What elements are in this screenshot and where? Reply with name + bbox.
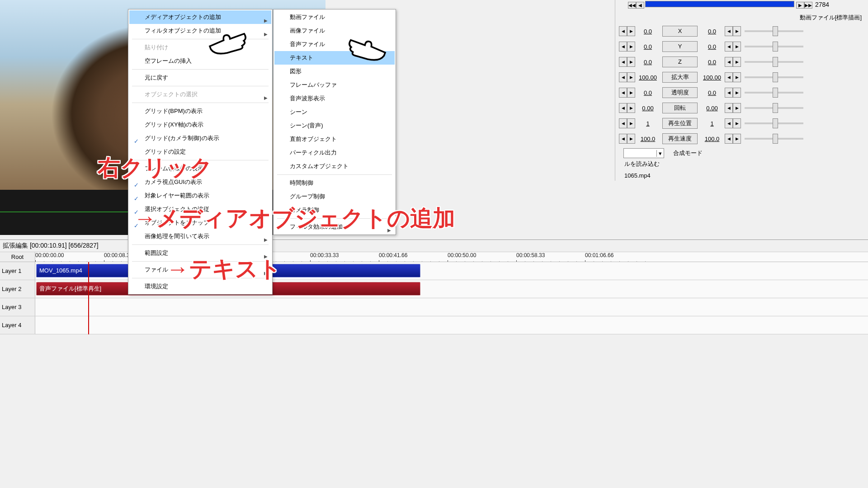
player-back-icon[interactable]: ◀	[636, 2, 644, 9]
ruler-tick: 00:00:58.33	[516, 252, 545, 258]
prop-dec-left[interactable]: ◀	[619, 103, 627, 113]
prop-slider[interactable]	[745, 46, 803, 47]
menu-item[interactable]: 時間制御	[274, 176, 395, 190]
prop-value-left[interactable]: 100.00	[635, 74, 660, 81]
prop-dec-left[interactable]: ◀	[619, 134, 627, 144]
prop-inc-right[interactable]: ▶	[733, 88, 741, 98]
player-progress[interactable]	[645, 1, 794, 7]
playhead[interactable]	[88, 262, 89, 334]
tutorial-text-2: →メディアオブジェクトの追加	[134, 203, 455, 234]
prop-inc-right[interactable]: ▶	[733, 72, 741, 82]
layer-label[interactable]: Layer 4	[0, 316, 35, 334]
menu-item[interactable]: グリッド(BPM)の表示	[129, 104, 271, 118]
prop-value-right[interactable]: 0.00	[699, 105, 725, 112]
prop-dec-left[interactable]: ◀	[619, 72, 627, 82]
prop-dec-right[interactable]: ◀	[725, 118, 733, 128]
prop-name-button[interactable]: Z	[662, 56, 698, 67]
player-fwd-icon[interactable]: ▶	[796, 2, 804, 9]
prop-value-right[interactable]: 100.0	[699, 136, 725, 142]
prop-dec-right[interactable]: ◀	[725, 42, 733, 52]
menu-item[interactable]: グループ制御	[274, 190, 395, 203]
layer-label[interactable]: Layer 2	[0, 280, 35, 298]
prop-inc-right[interactable]: ▶	[733, 134, 741, 144]
prop-inc-left[interactable]: ▶	[627, 88, 635, 98]
prop-inc-right[interactable]: ▶	[733, 103, 741, 113]
menu-item[interactable]: 元に戻す	[129, 71, 271, 84]
prop-dec-left[interactable]: ◀	[619, 26, 627, 36]
menu-item[interactable]: フィルタオブジェクトの追加▶	[129, 24, 271, 38]
prop-inc-right[interactable]: ▶	[733, 57, 741, 67]
prop-dec-left[interactable]: ◀	[619, 88, 627, 98]
prop-value-right[interactable]: 0.0	[699, 28, 725, 35]
prop-value-left[interactable]: 0.00	[635, 105, 660, 112]
menu-item[interactable]: フレームバッファ	[274, 78, 395, 92]
prop-slider[interactable]	[745, 138, 803, 140]
prop-value-right[interactable]: 0.0	[699, 43, 725, 50]
blend-mode-combo[interactable]	[623, 148, 664, 158]
prop-name-button[interactable]: X	[662, 26, 698, 37]
prop-value-right[interactable]: 100.00	[699, 74, 725, 81]
prop-inc-left[interactable]: ▶	[627, 57, 635, 67]
prop-name-button[interactable]: 再生速度	[662, 133, 698, 144]
prop-value-left[interactable]: 100.0	[635, 136, 660, 142]
layer-track[interactable]	[35, 316, 868, 334]
prop-inc-left[interactable]: ▶	[627, 134, 635, 144]
menu-item[interactable]: 対象レイヤー範囲の表示✓	[129, 189, 271, 202]
prop-value-left[interactable]: 1	[635, 120, 660, 127]
prop-value-left[interactable]: 0.0	[635, 59, 660, 66]
prop-slider[interactable]	[745, 107, 803, 109]
prop-inc-left[interactable]: ▶	[627, 26, 635, 36]
prop-dec-left[interactable]: ◀	[619, 57, 627, 67]
menu-item[interactable]: 空フレームの挿入	[129, 54, 271, 68]
prop-value-right[interactable]: 1	[699, 120, 725, 127]
prop-slider[interactable]	[745, 122, 803, 124]
prop-inc-right[interactable]: ▶	[733, 26, 741, 36]
prop-inc-left[interactable]: ▶	[627, 118, 635, 128]
prop-inc-left[interactable]: ▶	[627, 103, 635, 113]
menu-item[interactable]: グリッド(XY軸)の表示	[129, 118, 271, 131]
prop-value-right[interactable]: 0.0	[699, 89, 725, 96]
prop-dec-left[interactable]: ◀	[619, 118, 627, 128]
ruler-tick: 00:00:33.33	[310, 252, 339, 258]
menu-item[interactable]: シーン(音声)	[274, 119, 395, 132]
prop-name-button[interactable]: Y	[662, 41, 698, 52]
prop-value-left[interactable]: 0.0	[635, 28, 660, 35]
menu-item[interactable]: 音声波形表示	[274, 92, 395, 105]
prop-dec-right[interactable]: ◀	[725, 72, 733, 82]
prop-inc-right[interactable]: ▶	[733, 118, 741, 128]
prop-inc-left[interactable]: ▶	[627, 42, 635, 52]
menu-item[interactable]: シーン	[274, 105, 395, 119]
menu-item[interactable]: パーティクル出力	[274, 146, 395, 160]
prop-dec-left[interactable]: ◀	[619, 42, 627, 52]
prop-name-button[interactable]: 再生位置	[662, 118, 698, 129]
prop-dec-right[interactable]: ◀	[725, 88, 733, 98]
player-prev-icon[interactable]: ◀◀	[628, 2, 636, 9]
menu-item[interactable]: グリッド(カメラ制御)の表示✓	[129, 131, 271, 145]
timeline-root[interactable]: Root	[0, 252, 35, 262]
prop-inc-left[interactable]: ▶	[627, 72, 635, 82]
load-file-label: ルを読み込む	[624, 158, 864, 170]
prop-slider[interactable]	[745, 76, 803, 78]
menu-item[interactable]: 動画ファイル	[274, 10, 395, 24]
prop-dec-right[interactable]: ◀	[725, 103, 733, 113]
prop-slider[interactable]	[745, 61, 803, 63]
prop-value-left[interactable]: 0.0	[635, 43, 660, 50]
prop-name-button[interactable]: 拡大率	[662, 72, 698, 83]
prop-slider[interactable]	[745, 92, 803, 94]
prop-slider[interactable]	[745, 30, 803, 32]
menu-item[interactable]: 直前オブジェクト	[274, 132, 395, 146]
layer-track[interactable]	[35, 298, 868, 316]
prop-dec-right[interactable]: ◀	[725, 57, 733, 67]
prop-dec-right[interactable]: ◀	[725, 26, 733, 36]
prop-name-button[interactable]: 回転	[662, 103, 698, 113]
prop-dec-right[interactable]: ◀	[725, 134, 733, 144]
layer-label[interactable]: Layer 1	[0, 262, 35, 280]
menu-item[interactable]: カスタムオブジェクト	[274, 160, 395, 173]
prop-inc-right[interactable]: ▶	[733, 42, 741, 52]
layer-label[interactable]: Layer 3	[0, 298, 35, 316]
prop-value-right[interactable]: 0.0	[699, 59, 725, 66]
menu-item[interactable]: メディアオブジェクトの追加▶	[129, 10, 271, 24]
prop-name-button[interactable]: 透明度	[662, 87, 698, 98]
player-next-icon[interactable]: ▶▶	[804, 2, 812, 9]
prop-value-left[interactable]: 0.0	[635, 89, 660, 96]
